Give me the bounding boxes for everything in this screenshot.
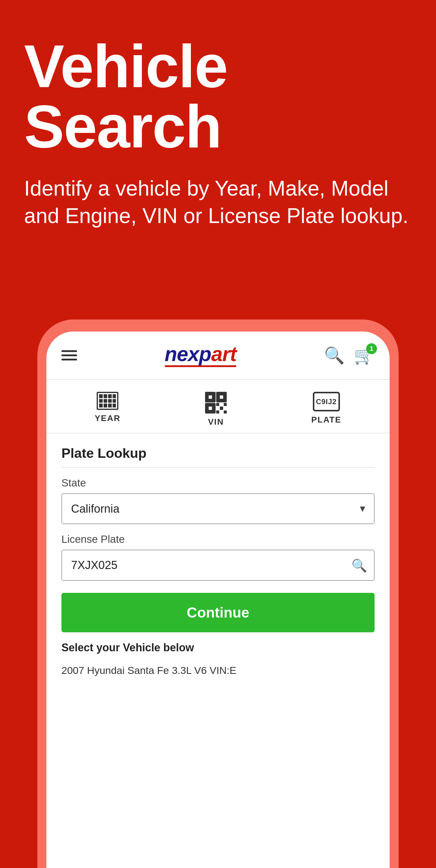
hamburger-line-2: [61, 354, 77, 356]
state-label: State: [61, 477, 375, 489]
hero-section: VehicleSearch Identify a vehicle by Year…: [0, 0, 436, 248]
tab-plate[interactable]: C9IJ2 PLATE: [311, 392, 341, 427]
app-content: Plate Lookup State California Alabama Al…: [46, 433, 390, 693]
vehicle-result[interactable]: 2007 Hyundai Santa Fe 3.3L V6 VIN:E: [61, 660, 375, 681]
tab-plate-label: PLATE: [311, 415, 341, 425]
hero-subtitle: Identify a vehicle by Year, Make, Model …: [24, 175, 412, 230]
plate-label: License Plate: [61, 533, 375, 545]
app-header: nexpart 🔍 🛒 1: [46, 332, 390, 380]
cart-button[interactable]: 🛒 1: [354, 346, 375, 365]
nexpart-logo: nexpart: [165, 344, 237, 367]
continue-button[interactable]: Continue: [61, 593, 375, 632]
plate-input-wrapper: 🔍: [61, 550, 375, 581]
hero-title: VehicleSearch: [24, 36, 412, 157]
cart-badge: 1: [366, 343, 377, 354]
vehicle-section-label: Select your Vehicle below: [61, 641, 375, 654]
tab-year[interactable]: YEAR: [95, 392, 121, 427]
state-select[interactable]: California Alabama Alaska Arizona Texas: [61, 493, 375, 524]
phone-outer: nexpart 🔍 🛒 1: [37, 319, 399, 868]
plate-input[interactable]: [61, 550, 375, 581]
hamburger-menu-button[interactable]: [61, 350, 77, 361]
search-button[interactable]: 🔍: [324, 346, 345, 365]
header-icons: 🔍 🛒 1: [324, 346, 375, 365]
calendar-icon: [97, 392, 118, 410]
tab-year-label: YEAR: [95, 413, 121, 423]
phone-mockup: nexpart 🔍 🛒 1: [37, 319, 399, 868]
hamburger-line-1: [61, 350, 77, 352]
phone-inner: nexpart 🔍 🛒 1: [46, 332, 390, 868]
state-select-wrapper: California Alabama Alaska Arizona Texas …: [61, 493, 375, 524]
qr-icon: [205, 392, 227, 413]
tab-vin[interactable]: VIN: [205, 392, 227, 427]
tab-vin-label: VIN: [208, 417, 224, 427]
plate-icon: C9IJ2: [313, 392, 340, 411]
hamburger-line-3: [61, 359, 77, 361]
lookup-tabs: YEAR: [46, 380, 390, 433]
section-title: Plate Lookup: [61, 445, 375, 468]
plate-search-icon: 🔍: [351, 558, 367, 572]
